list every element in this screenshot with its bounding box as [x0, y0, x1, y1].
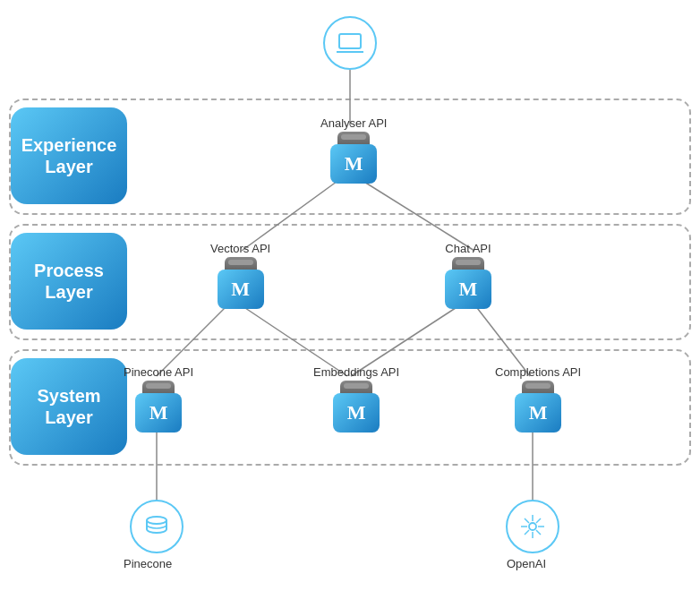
vectors-box: M [218, 270, 264, 309]
completions-api-connector [522, 381, 554, 393]
analyser-connector [337, 132, 370, 144]
analyser-mule-icon: M [330, 132, 377, 184]
system-layer-label: System Layer [11, 358, 127, 455]
svg-rect-9 [339, 34, 361, 48]
process-layer-label: Process Layer [11, 233, 127, 330]
pinecone-api-box: M [135, 393, 182, 433]
vectors-connector [225, 257, 257, 270]
embeddings-api-box: M [333, 393, 380, 433]
completions-api-box: M [515, 393, 561, 433]
svg-line-21 [525, 530, 529, 535]
openai-svg [517, 511, 548, 542]
analyser-node: Analyser API M [320, 116, 387, 184]
completions-api-mule-icon: M [515, 381, 561, 433]
pinecone-label: Pinecone [124, 557, 172, 570]
pinecone-api-node: Pinecone API M [124, 365, 193, 433]
laptop-icon [323, 16, 377, 70]
embeddings-api-mule-icon: M [333, 381, 380, 433]
pinecone-api-mule-icon: M [135, 381, 182, 433]
laptop-svg [335, 28, 365, 58]
svg-point-12 [147, 517, 166, 524]
embeddings-api-connector [340, 381, 372, 393]
analyser-box: M [330, 144, 377, 184]
vectors-node: Vectors API M [210, 242, 270, 309]
svg-line-20 [536, 518, 541, 523]
chat-mule-icon: M [445, 257, 491, 309]
svg-line-19 [536, 530, 541, 535]
svg-point-13 [529, 523, 536, 530]
experience-layer-label: Experience Layer [11, 107, 127, 204]
completions-api-node: Completions API M [495, 365, 581, 433]
openai-icon [506, 500, 559, 553]
svg-line-18 [525, 518, 529, 523]
pinecone-api-connector [142, 381, 175, 393]
embeddings-api-node: Embeddings API M [313, 365, 399, 433]
database-svg [141, 511, 172, 542]
openai-label: OpenAI [507, 557, 546, 570]
chat-connector [452, 257, 484, 270]
architecture-diagram: Experience Layer Process Layer System La… [0, 0, 700, 591]
vectors-mule-icon: M [218, 257, 264, 309]
chat-node: Chat API M [445, 242, 491, 309]
pinecone-db-icon [130, 500, 184, 553]
chat-box: M [445, 270, 491, 309]
